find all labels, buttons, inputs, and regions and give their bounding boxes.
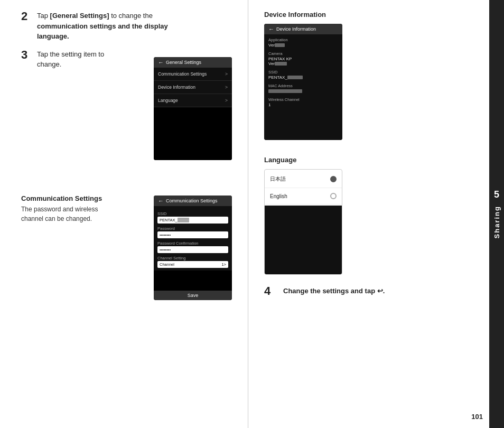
gs-screen-header: ← General Settings <box>154 57 232 68</box>
gs-title: General Settings <box>166 60 201 65</box>
cs-title: Communication Settings <box>166 198 218 203</box>
di-camera-group: Camera PENTAX KP Ver■ ■■■ <box>268 51 338 66</box>
gs-black-area <box>154 107 232 160</box>
di-header: ← Device Information <box>264 24 342 34</box>
di-camera-label: Camera <box>268 51 338 56</box>
gs-lang-arrow: > <box>225 98 228 103</box>
gs-device-label: Device Information <box>158 85 195 90</box>
di-ssid-group: SSID PENTAX_■■■■■■ <box>268 70 338 80</box>
channel-row[interactable]: Channel 1> <box>157 261 228 268</box>
step-2: 2 Tap [General Settings] to change the c… <box>21 11 232 42</box>
gs-screen-body: Communication Settings > Device Informat… <box>154 68 232 160</box>
step-4-number: 4 <box>264 285 278 297</box>
cs-header: ← Communication Settings <box>154 196 232 206</box>
lang-item-japanese[interactable]: 日本語 <box>265 171 342 188</box>
di-back-arrow: ← <box>268 26 274 32</box>
lang-english-label: English <box>270 193 287 199</box>
password-value: •••••••• <box>157 231 228 238</box>
gs-back-arrow: ← <box>158 59 164 66</box>
sidebar-tab-label: Sharing <box>493 206 501 238</box>
di-mac-label: MAC Address <box>268 83 338 88</box>
right-column: Device Information ← Device Information … <box>248 0 504 428</box>
password-label: Password <box>157 226 228 231</box>
di-ssid-value: PENTAX_■■■■■■ <box>268 75 338 80</box>
cs-save-bar[interactable]: Save <box>154 291 232 300</box>
sidebar-tab-number: 5 <box>494 189 499 200</box>
step-4: 4 Change the settings and tap ↩. <box>264 285 499 297</box>
lang-english-radio[interactable] <box>330 193 337 199</box>
gs-comm-arrow: > <box>225 71 228 77</box>
step-3-text: Tap the setting item tochange. <box>37 49 104 70</box>
comm-title: Communication Settings <box>21 194 111 202</box>
ssid-label: SSID <box>157 211 228 216</box>
left-column: 2 Tap [General Settings] to change the c… <box>0 0 248 428</box>
di-wireless-group: Wireless Channel 1 <box>268 97 338 107</box>
channel-value: 1> <box>221 262 226 267</box>
channel-setting-label: Channel Setting <box>157 256 228 260</box>
di-camera-model: PENTAX KP <box>268 57 338 61</box>
di-wireless-value: 1 <box>268 103 338 107</box>
di-app-group: Application Ver■ ■■ <box>268 38 338 48</box>
di-camera-ver: Ver■ ■■■ <box>268 61 338 66</box>
language-title: Language <box>264 156 499 164</box>
di-mac-value: ■■:■■:■■:■■:■■:■■ <box>268 89 338 94</box>
language-section: Language 日本語 English <box>264 156 499 275</box>
ssid-value: PENTAX_■■■■■ <box>157 217 228 224</box>
comm-desc: The password and wireless channel can be… <box>21 204 111 224</box>
language-screen: 日本語 English <box>264 169 342 275</box>
lang-body: 日本語 English <box>265 170 342 206</box>
sidebar-tab: 5 Sharing <box>489 0 504 428</box>
di-app-ver: Ver■ ■■ <box>268 43 338 48</box>
step-2-number: 2 <box>21 11 35 22</box>
password-confirm-value: •••••••• <box>157 246 228 253</box>
step-2-text: Tap [General Settings] to change the com… <box>37 11 168 42</box>
password-confirm-label: Password Confirmation <box>157 241 228 246</box>
page-number: 101 <box>471 413 483 421</box>
gs-comm-label: Communication Settings <box>158 71 207 77</box>
di-ssid-label: SSID <box>268 70 338 75</box>
device-info-title: Device Information <box>264 11 499 18</box>
di-app-label: Application <box>268 38 338 42</box>
comm-section: Communication Settings The password and … <box>21 194 111 224</box>
gs-device-arrow: > <box>225 85 228 90</box>
lang-item-english[interactable]: English <box>265 188 342 204</box>
di-title: Device Information <box>276 26 316 32</box>
device-info-screen: ← Device Information Application Ver■ ■■… <box>264 24 342 140</box>
channel-name: Channel <box>160 262 174 267</box>
di-body: Application Ver■ ■■ Camera PENTAX KP Ver… <box>264 34 342 140</box>
step-3-number: 3 <box>21 49 35 61</box>
lang-japanese-radio[interactable] <box>330 176 337 182</box>
di-wireless-label: Wireless Channel <box>268 97 338 102</box>
cs-back-arrow: ← <box>158 198 164 204</box>
cs-body: SSID PENTAX_■■■■■ Password •••••••• Pass… <box>154 206 232 271</box>
gs-lang-label: Language <box>158 98 178 103</box>
di-mac-group: MAC Address ■■:■■:■■:■■:■■:■■ <box>268 83 338 94</box>
gs-item-comm[interactable]: Communication Settings > <box>154 68 232 81</box>
lang-black-area <box>265 206 342 274</box>
gs-item-lang[interactable]: Language > <box>154 94 232 107</box>
step-4-text: Change the settings and tap ↩. <box>283 286 385 296</box>
comm-settings-screen: ← Communication Settings SSID PENTAX_■■■… <box>154 196 232 300</box>
gs-item-device[interactable]: Device Information > <box>154 81 232 94</box>
cs-black-area <box>154 271 232 291</box>
lang-japanese-label: 日本語 <box>270 175 286 183</box>
general-settings-screen: ← General Settings Communication Setting… <box>154 57 232 160</box>
device-info-section: Device Information ← Device Information … <box>264 11 499 140</box>
